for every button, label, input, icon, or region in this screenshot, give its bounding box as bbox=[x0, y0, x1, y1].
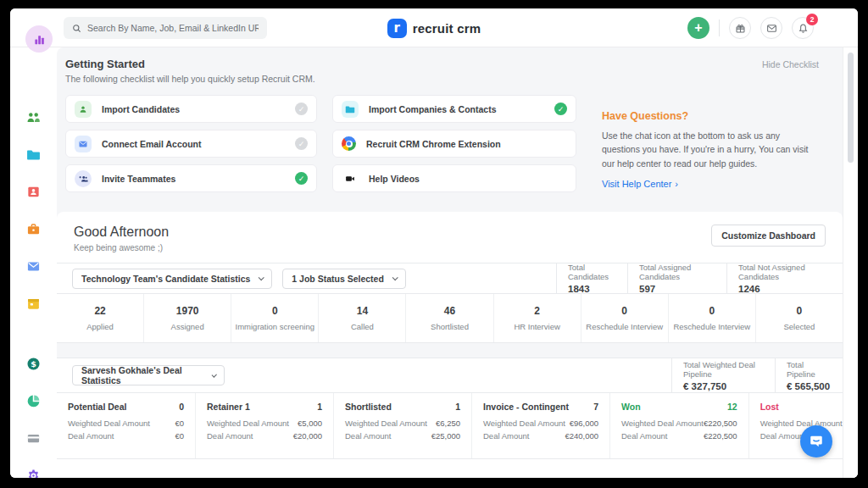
pie-chart-icon bbox=[26, 394, 41, 408]
job-status-filter-dropdown[interactable]: 1 Job Status Selected bbox=[282, 269, 406, 289]
checklist-item-chrome-extension[interactable]: Recruit CRM Chrome Extension bbox=[332, 130, 576, 158]
deal-statistics-panel: Sarvesh Gokhale's Deal Statistics Total … bbox=[57, 358, 843, 459]
have-questions-title: Have Questions? bbox=[602, 110, 819, 122]
sidebar-item-candidates[interactable] bbox=[26, 110, 41, 125]
visit-help-center-label: Visit Help Center bbox=[602, 179, 671, 189]
contact-card-icon bbox=[26, 185, 41, 199]
deal-card-shortlisted[interactable]: Shortlisted1 Weighted Deal Amount€6,250 … bbox=[333, 393, 471, 458]
total-not-assigned-candidates-cell: Total Not Assigned Candidates 1246 bbox=[726, 263, 843, 293]
sidebar-item-emails[interactable] bbox=[26, 259, 41, 274]
candidate-stage-tiles: 22Applied 1970Assigned 0Immigration scre… bbox=[57, 294, 843, 342]
stage-tile-reschedule-interview-2[interactable]: 0Reschedule Interview bbox=[668, 294, 755, 342]
left-sidebar: $ bbox=[10, 47, 57, 478]
chevron-down-icon bbox=[392, 274, 398, 280]
chat-bubble-icon bbox=[809, 434, 824, 449]
stage-tile-hr-interview[interactable]: 2HR Interview bbox=[493, 294, 581, 342]
checklist-item-invite-teammates[interactable]: Invite Teammates ✓ bbox=[65, 164, 317, 192]
folder-icon bbox=[26, 147, 41, 162]
candidate-statistics-panel: Technology Team's Candidate Statistics 1… bbox=[57, 263, 843, 343]
bar-chart-icon bbox=[33, 33, 46, 46]
total-weighted-pipeline-cell: Total Weighted Deal Pipeline € 327,750 bbox=[671, 358, 775, 392]
calendar-icon bbox=[26, 297, 41, 311]
check-circle-icon: ✓ bbox=[295, 137, 308, 150]
getting-started-section: Getting Started The following checklist … bbox=[57, 47, 843, 199]
search-input[interactable] bbox=[87, 23, 259, 33]
check-circle-icon: ✓ bbox=[295, 172, 308, 185]
people-icon bbox=[26, 110, 41, 125]
have-questions-body: Use the chat icon at the bottom to ask u… bbox=[602, 129, 819, 170]
sidebar-item-reports[interactable] bbox=[26, 394, 41, 408]
deal-card-potential[interactable]: Potential Deal0 Weighted Deal Amount€0 D… bbox=[57, 393, 195, 458]
total-candidates-cell: Total Candidates 1843 bbox=[556, 263, 627, 293]
gear-icon bbox=[26, 469, 41, 478]
chat-widget-button[interactable] bbox=[800, 425, 832, 458]
chevron-down-icon bbox=[259, 274, 264, 280]
scrollbar-thumb[interactable] bbox=[848, 53, 854, 163]
deal-card-won[interactable]: Won12 Weighted Deal Amount€220,500 Deal … bbox=[609, 393, 748, 458]
checklist-item-label: Connect Email Account bbox=[102, 139, 201, 149]
stage-tile-selected[interactable]: 0Selected bbox=[755, 294, 843, 342]
dropdown-label: Sarvesh Gokhale's Deal Statistics bbox=[81, 365, 203, 385]
sidebar-item-companies[interactable] bbox=[26, 147, 41, 162]
check-circle-icon: ✓ bbox=[554, 103, 567, 115]
checklist-item-import-candidates[interactable]: Import Candidates ✓ bbox=[65, 95, 317, 123]
checklist-item-label: Import Companies & Contacts bbox=[369, 104, 497, 114]
stage-tile-reschedule-interview[interactable]: 0Reschedule Interview bbox=[581, 294, 668, 342]
have-questions-panel: Have Questions? Use the chat icon at the… bbox=[576, 95, 843, 199]
quick-add-button[interactable]: + bbox=[687, 17, 709, 39]
checklist-item-connect-email[interactable]: Connect Email Account ✓ bbox=[65, 130, 317, 158]
checklist-item-label: Help Videos bbox=[369, 174, 420, 184]
greeting-subtext: Keep being awesome ;) bbox=[74, 243, 169, 252]
bell-icon bbox=[798, 23, 809, 34]
sidebar-item-jobs[interactable] bbox=[26, 222, 41, 236]
deal-card-invoice-contingent[interactable]: Invoice - Contingent7 Weighted Deal Amou… bbox=[471, 393, 609, 458]
video-camera-icon bbox=[345, 174, 355, 184]
checklist-item-import-companies[interactable]: Import Companies & Contacts ✓ bbox=[332, 95, 576, 123]
sidebar-item-calendar[interactable] bbox=[26, 297, 41, 311]
deal-card-retainer[interactable]: Retainer 11 Weighted Deal Amount€5,000 D… bbox=[195, 393, 333, 458]
candidate-stats-filter-dropdown[interactable]: Technology Team's Candidate Statistics bbox=[72, 269, 272, 289]
mail-icon bbox=[78, 139, 88, 149]
person-icon bbox=[78, 104, 88, 114]
add-people-icon bbox=[78, 174, 88, 184]
checklist-item-label: Import Candidates bbox=[102, 104, 180, 114]
dropdown-label: Technology Team's Candidate Statistics bbox=[81, 274, 250, 284]
stage-tile-assigned[interactable]: 1970Assigned bbox=[143, 294, 231, 342]
deal-stats-filter-dropdown[interactable]: Sarvesh Gokhale's Deal Statistics bbox=[72, 365, 225, 385]
dollar-circle-icon: $ bbox=[26, 357, 41, 371]
checklist-item-label: Invite Teammates bbox=[102, 174, 175, 184]
dashboard-sheet: Good Afternoon Keep being awesome ;) Cus… bbox=[57, 212, 843, 478]
notification-badge: 2 bbox=[806, 14, 818, 25]
total-pipeline-cell: Total Pipeline € 565,500 bbox=[775, 358, 843, 392]
scrollbar-track[interactable] bbox=[843, 47, 858, 478]
sidebar-item-deals[interactable]: $ bbox=[26, 357, 41, 371]
main-content: Getting Started The following checklist … bbox=[57, 47, 858, 478]
hide-checklist-link[interactable]: Hide Checklist bbox=[762, 58, 843, 84]
getting-started-title: Getting Started bbox=[65, 58, 762, 70]
rewards-button[interactable] bbox=[729, 17, 751, 39]
sidebar-item-contacts[interactable] bbox=[26, 185, 41, 199]
visit-help-center-link[interactable]: Visit Help Center › bbox=[602, 179, 819, 189]
stage-tile-immigration-screening[interactable]: 0Immigration screening bbox=[231, 294, 318, 342]
sidebar-item-settings[interactable] bbox=[26, 469, 41, 478]
dropdown-label: 1 Job Status Selected bbox=[292, 274, 384, 284]
stage-tile-applied[interactable]: 22Applied bbox=[57, 294, 143, 342]
checklist-item-help-videos[interactable]: Help Videos bbox=[332, 164, 576, 192]
app-logo-text: recruit crm bbox=[413, 21, 481, 36]
email-inbox-button[interactable] bbox=[760, 17, 782, 39]
greeting-title: Good Afternoon bbox=[74, 225, 169, 240]
envelope-icon bbox=[26, 259, 41, 274]
sidebar-item-dashboard[interactable] bbox=[25, 25, 53, 53]
sidebar-item-billing[interactable] bbox=[26, 431, 41, 446]
notifications-button[interactable]: 2 bbox=[792, 17, 814, 39]
total-assigned-candidates-cell: Total Assigned Candidates 597 bbox=[627, 263, 726, 293]
stage-tile-called[interactable]: 14Called bbox=[318, 294, 405, 342]
chevron-down-icon bbox=[211, 372, 217, 378]
customize-dashboard-button[interactable]: Customize Dashboard bbox=[711, 225, 826, 247]
check-circle-icon: ✓ bbox=[295, 103, 308, 115]
stage-tile-shortlisted[interactable]: 46Shortlisted bbox=[405, 294, 492, 342]
deal-cards-row: Potential Deal0 Weighted Deal Amount€0 D… bbox=[57, 393, 843, 458]
app-window: r recruit crm + 2 bbox=[10, 8, 858, 478]
global-search[interactable] bbox=[64, 17, 267, 39]
topbar-divider bbox=[719, 19, 720, 36]
